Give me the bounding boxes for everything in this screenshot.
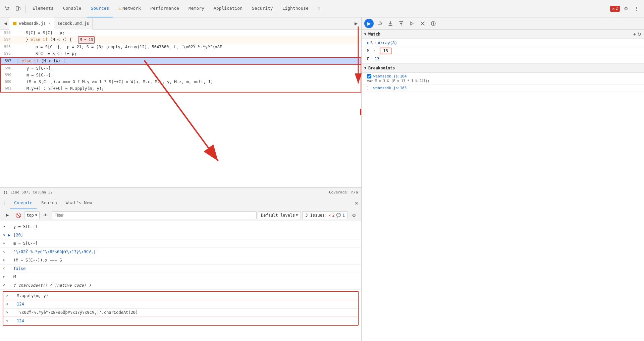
watch-title: Watch [368, 32, 380, 37]
file-tab-label: webmssdk.js [19, 21, 46, 26]
tab-more[interactable]: » [314, 0, 325, 17]
console-entry-11: > '\x02Ÿ-%.*yê^\x8Fs6ðþ¥\x17ý\x9CV,|'.ch… [3, 308, 358, 317]
console-filter-input[interactable] [52, 211, 257, 219]
step-into-btn[interactable] [386, 19, 395, 28]
add-watch-btn[interactable]: + [633, 32, 636, 37]
close-console-btn[interactable]: ✕ [355, 201, 359, 206]
levels-dropdown[interactable]: Default levels ▼ [258, 211, 301, 219]
curly-brace-icon[interactable]: {} [3, 190, 8, 194]
step-btn[interactable] [407, 19, 417, 28]
arrow-right: > [3, 223, 8, 231]
file-tab-secsdk[interactable]: secsdk.umd.js [54, 17, 93, 30]
boxed-console-entries: > M.apply(m, y) < 124 > '\x02Ÿ-%.*yê^\x8… [3, 291, 359, 326]
device-toggle-btn[interactable] [13, 4, 23, 13]
tab-performance[interactable]: Performance [146, 0, 183, 17]
console-tab-search[interactable]: Search [37, 197, 61, 209]
console-toolbar: ▶ 🚫 top ▼ 👁 Default levels ▼ 3 Issues: ✕… [0, 209, 361, 221]
bp-collapse-arrow: ▼ [364, 66, 366, 70]
svg-point-12 [433, 24, 434, 25]
console-output[interactable]: > y = S[C--] < ▶ [20] > m = S[C--] [0, 221, 361, 341]
console-entry-8: < f charCodeAt() { [native code] } [0, 281, 361, 290]
expand-icon[interactable]: ▶ [8, 231, 13, 239]
svg-rect-1 [19, 7, 20, 10]
file-tab-label-2: secsdk.umd.js [58, 21, 89, 26]
watch-actions: + ↻ [633, 32, 641, 37]
scroll-indicator [360, 109, 361, 115]
console-entry-1: > y = S[C--] [0, 223, 361, 231]
console-entry-6: < false [0, 265, 361, 273]
tab-network[interactable]: ⚠ Network [114, 0, 145, 17]
console-entry-10: < 124 [3, 300, 358, 308]
code-line-594: 594 } else if (M < 7) { M = 13 [0, 36, 361, 44]
console-entry-2: < ▶ [20] [0, 231, 361, 239]
inspect-element-btn[interactable] [3, 4, 12, 13]
code-area: 593 S[C] = S[C] - p; 594 } else if (M < … [0, 30, 361, 187]
watch-item-S[interactable]: ▶ S : Array(8) [362, 39, 644, 47]
console-tab-whatsnew[interactable]: What's New [62, 197, 96, 209]
step-out-btn[interactable] [396, 19, 406, 28]
more-options-btn[interactable]: ⋮ [632, 4, 641, 13]
watch-item-E[interactable]: E : 13 [362, 55, 644, 63]
deactivate-btn[interactable] [418, 19, 427, 28]
breakpoint-item-185[interactable]: webmssdk.js:185 [362, 84, 644, 92]
issues-button[interactable]: 3 Issues: ✕ 2 💬 1 [302, 211, 348, 219]
chevron-down-icon-2: ▼ [296, 213, 298, 217]
file-tabs: ◀ webmssdk.js ✕ secsdk.umd.js ▶ [0, 17, 361, 30]
tab-application[interactable]: Application [210, 0, 247, 17]
tab-elements[interactable]: Elements [29, 0, 58, 17]
svg-rect-2 [13, 22, 16, 25]
settings-btn[interactable]: ⚙ [621, 4, 631, 13]
info-icon-issues: 💬 [336, 213, 341, 218]
source-panel: ◀ webmssdk.js ✕ secsdk.umd.js ▶ 593 [0, 17, 362, 341]
run-script-btn[interactable]: ▶ [3, 211, 12, 220]
code-line-600: 600 (M = S[C--]).x === G ? M.y >= 1 ? S[… [0, 78, 361, 85]
devtools-toolbar: Elements Console Sources ⚠ Network Perfo… [0, 0, 644, 17]
breakpoint-item-184[interactable]: webmssdk.js:184 var M = 3 & (E = 13 * I … [362, 73, 644, 84]
step-over-btn[interactable] [375, 19, 384, 28]
watch-expand-s[interactable]: ▶ [367, 41, 369, 45]
resume-btn[interactable]: ▶ [364, 19, 374, 28]
clear-console-btn[interactable]: 🚫 [13, 211, 23, 220]
tab-security[interactable]: Security [248, 0, 277, 17]
code-line-595: 595 p = S[C--], p = 21, S = (8) [empty, … [0, 44, 361, 50]
svg-rect-0 [16, 6, 18, 10]
tab-sources[interactable]: Sources [87, 0, 113, 17]
tab-lighthouse[interactable]: Lighthouse [278, 0, 313, 17]
file-tab-webmssdk[interactable]: webmssdk.js ✕ [9, 17, 54, 30]
watch-item-M[interactable]: M : 13 [362, 47, 644, 55]
watch-section: ▼ Watch + ↻ ▶ S : Array(8) M : 13 [362, 30, 644, 63]
tab-console[interactable]: Console [59, 0, 86, 17]
refresh-watch-btn[interactable]: ↻ [637, 32, 641, 37]
tab-memory[interactable]: Memory [184, 0, 208, 17]
console-tab-console[interactable]: Console [10, 197, 37, 209]
eye-btn[interactable]: 👁 [41, 211, 50, 220]
main-layout: ◀ webmssdk.js ✕ secsdk.umd.js ▶ 593 [0, 17, 644, 341]
watch-collapse-arrow: ▼ [364, 32, 366, 36]
context-selector[interactable]: top ▼ [24, 211, 40, 219]
warn-icon: ⚠ [118, 6, 121, 11]
code-line-599: 599 m = S[C--], [0, 72, 361, 78]
source-top: ◀ webmssdk.js ✕ secsdk.umd.js ▶ 593 [0, 17, 361, 197]
close-tab-btn[interactable]: ✕ [48, 21, 50, 25]
right-panel: ▶ ▼ Watch [362, 17, 644, 341]
bp-checkbox-185[interactable] [367, 86, 371, 90]
panel-play-btn[interactable]: ▶ [352, 19, 360, 27]
breakpoints-title: Breakpoints [368, 66, 395, 70]
error-count: 2 [615, 6, 618, 11]
code-line-601: 601 M.y++) : S[++C] = M.apply(m, y); [0, 85, 361, 93]
position-display: Line 597, Column 32 [10, 190, 53, 194]
console-panel: ⋮ Console Search What's New ✕ ▶ 🚫 top ▼ [0, 197, 361, 341]
code-scroll[interactable]: 593 S[C] = S[C] - p; 594 } else if (M < … [0, 30, 361, 187]
bp-checkbox-184[interactable] [367, 74, 371, 78]
code-line-596: 596 S[C] = S[C] != p; [0, 50, 361, 57]
pause-exceptions-btn[interactable] [429, 19, 438, 28]
console-settings-btn[interactable]: ⚙ [349, 211, 359, 220]
error-badge[interactable]: ✕ 2 [610, 6, 620, 12]
arrow-left: < [3, 231, 8, 239]
breakpoints-header[interactable]: ▼ Breakpoints [362, 63, 644, 73]
watch-header[interactable]: ▼ Watch + ↻ [362, 30, 644, 39]
console-entry-9: > M.apply(m, y) [3, 292, 358, 300]
drag-handle[interactable]: ⋮ [3, 201, 7, 206]
code-line-598: 598 y = S[C--], [0, 65, 361, 72]
panel-nav-left[interactable]: ◀ [1, 19, 9, 27]
